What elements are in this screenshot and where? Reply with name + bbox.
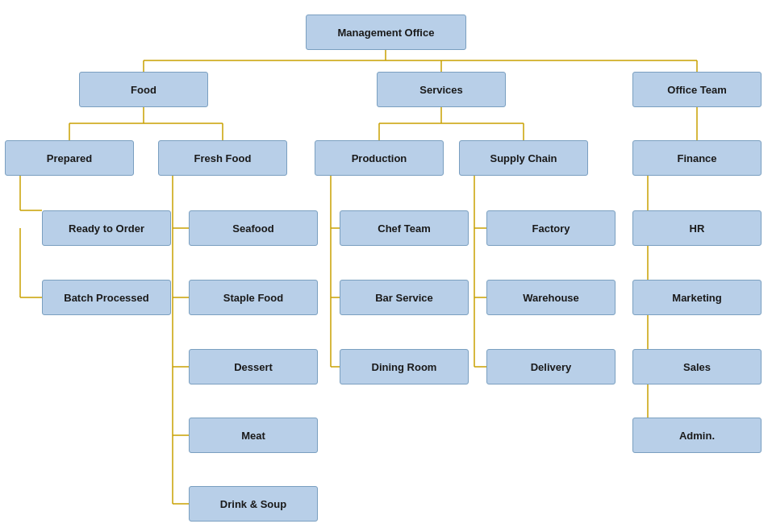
org-chart: Management Office Food Services Office T…: [0, 0, 772, 532]
node-prepared: Prepared: [5, 140, 134, 176]
node-marketing: Marketing: [632, 280, 762, 315]
node-services: Services: [377, 72, 506, 107]
node-hr: HR: [632, 210, 762, 246]
node-management: Management Office: [306, 15, 466, 50]
node-chef-team: Chef Team: [340, 210, 469, 246]
node-seafood: Seafood: [189, 210, 318, 246]
node-fresh-food: Fresh Food: [158, 140, 287, 176]
node-finance: Finance: [632, 140, 762, 176]
node-sales: Sales: [632, 349, 762, 384]
node-food: Food: [79, 72, 208, 107]
node-bar-service: Bar Service: [340, 280, 469, 315]
node-warehouse: Warehouse: [486, 280, 616, 315]
node-dessert: Dessert: [189, 349, 318, 384]
node-supply-chain: Supply Chain: [459, 140, 588, 176]
node-admin: Admin.: [632, 418, 762, 453]
node-ready-to-order: Ready to Order: [42, 210, 171, 246]
node-dining-room: Dining Room: [340, 349, 469, 384]
node-staple-food: Staple Food: [189, 280, 318, 315]
node-factory: Factory: [486, 210, 616, 246]
node-meat: Meat: [189, 418, 318, 453]
node-office-team: Office Team: [632, 72, 762, 107]
node-drink-soup: Drink & Soup: [189, 486, 318, 522]
node-delivery: Delivery: [486, 349, 616, 384]
node-production: Production: [315, 140, 444, 176]
node-batch-processed: Batch Processed: [42, 280, 171, 315]
